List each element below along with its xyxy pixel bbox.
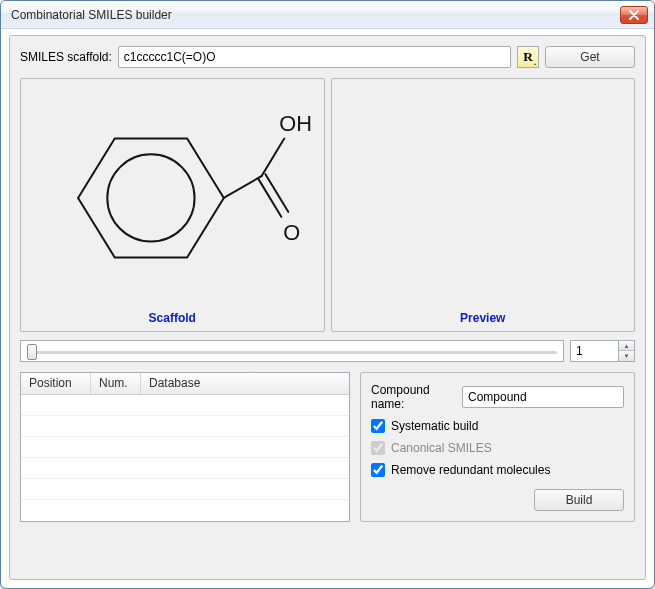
slider-thumb[interactable]: [27, 344, 37, 360]
get-button[interactable]: Get: [545, 46, 635, 68]
close-button[interactable]: [620, 6, 648, 24]
svg-line-4: [258, 179, 281, 217]
o-label: O: [283, 220, 300, 245]
table-row[interactable]: [21, 500, 349, 521]
col-num[interactable]: Num.: [91, 373, 141, 394]
titlebar[interactable]: Combinatorial SMILES builder: [1, 1, 654, 29]
remove-redundant-input[interactable]: [371, 463, 385, 477]
canonical-smiles-checkbox: Canonical SMILES: [371, 441, 624, 455]
window-title: Combinatorial SMILES builder: [11, 8, 620, 22]
oh-label: OH: [279, 111, 312, 136]
remove-redundant-checkbox[interactable]: Remove redundant molecules: [371, 463, 624, 477]
scaffold-input[interactable]: [118, 46, 511, 68]
compound-name-label: Compound name:: [371, 383, 456, 411]
preview-index-input[interactable]: [570, 340, 618, 362]
scaffold-label: SMILES scaffold:: [20, 50, 112, 64]
bottom-row: Position Num. Database Compound name:: [20, 372, 635, 522]
table-row[interactable]: [21, 437, 349, 458]
svg-line-3: [261, 138, 284, 176]
r-group-button[interactable]: R.: [517, 46, 539, 68]
client-area: SMILES scaffold: R. Get: [9, 35, 646, 580]
col-position[interactable]: Position: [21, 373, 91, 394]
scaffold-caption: Scaffold: [21, 311, 324, 325]
table-body: [21, 395, 349, 521]
slider-row: ▲ ▼: [20, 338, 635, 364]
r-group-icon: R: [523, 49, 533, 65]
svg-line-5: [265, 174, 288, 212]
preview-panel: Preview: [331, 78, 636, 332]
table-row[interactable]: [21, 416, 349, 437]
systematic-build-checkbox[interactable]: Systematic build: [371, 419, 624, 433]
col-database[interactable]: Database: [141, 373, 349, 394]
table-row[interactable]: [21, 458, 349, 479]
scaffold-molecule: OH O: [21, 79, 324, 307]
variations-table[interactable]: Position Num. Database: [20, 372, 350, 522]
preview-caption: Preview: [332, 311, 635, 325]
options-panel: Compound name: Systematic build Canonica…: [360, 372, 635, 522]
preview-panels: OH O Scaffold Preview: [20, 78, 635, 332]
compound-name-input[interactable]: [462, 386, 624, 408]
preview-slider[interactable]: [20, 340, 564, 362]
compound-name-row: Compound name:: [371, 383, 624, 411]
window-frame: Combinatorial SMILES builder SMILES scaf…: [0, 0, 655, 589]
close-icon: [629, 10, 639, 20]
table-row[interactable]: [21, 479, 349, 500]
canonical-smiles-input: [371, 441, 385, 455]
svg-point-1: [107, 154, 194, 241]
scaffold-row: SMILES scaffold: R. Get: [20, 46, 635, 68]
spin-up-icon[interactable]: ▲: [619, 341, 634, 351]
scaffold-panel: OH O Scaffold: [20, 78, 325, 332]
spin-down-icon[interactable]: ▼: [619, 351, 634, 361]
build-button[interactable]: Build: [534, 489, 624, 511]
table-header: Position Num. Database: [21, 373, 349, 395]
svg-marker-0: [78, 138, 224, 257]
preview-index-spinner[interactable]: ▲ ▼: [570, 340, 635, 362]
table-row[interactable]: [21, 395, 349, 416]
systematic-build-input[interactable]: [371, 419, 385, 433]
svg-line-2: [224, 176, 262, 198]
